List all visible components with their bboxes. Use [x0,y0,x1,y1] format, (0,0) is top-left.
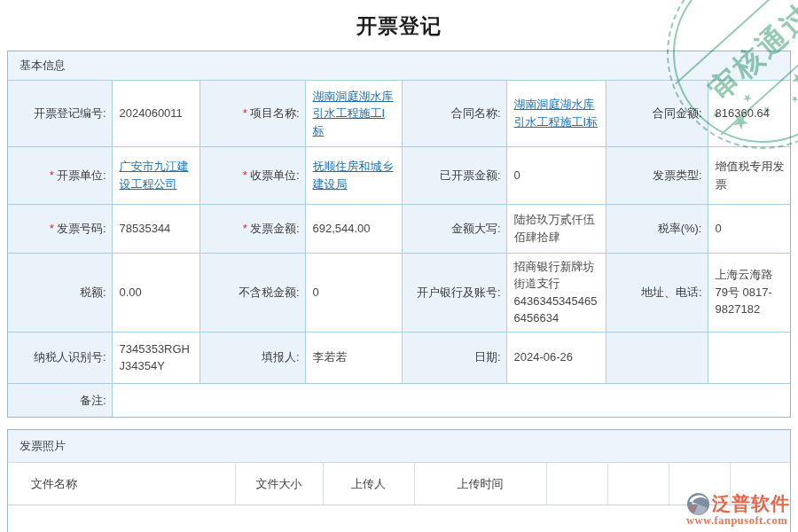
address-phone-label: 地址、电话: [606,253,708,332]
excl-tax-amount-value: 0 [305,253,402,332]
project-link[interactable]: 湖南洞庭湖水库引水工程施工I标 [313,90,394,137]
date-value: 2024-06-26 [506,332,606,383]
amount-words-value: 陆拾玖万贰仟伍佰肆拾肆 [506,204,606,253]
project-value: 湖南洞庭湖水库引水工程施工I标 [305,81,402,146]
tax-label: 税额: [8,253,112,332]
excl-tax-amount-label: 不含税金额: [200,253,305,332]
invoice-type-value: 增值税专用发票 [708,146,790,204]
date-label: 日期: [402,332,506,383]
receiving-unit-label: *收票单位: [200,146,305,204]
tax-rate-label: 税率(%): [606,204,708,253]
contract-name-link[interactable]: 湖南洞庭湖水库引水工程施工I标 [514,98,598,129]
empty-value-cell [708,332,790,383]
contract-name-value: 湖南洞庭湖水库引水工程施工I标 [506,81,606,146]
page-title: 开票登记 [0,0,798,51]
invoice-amount-label: *发票金额: [200,204,305,253]
required-asterisk: * [243,168,247,182]
invoicing-unit-label: *开票单位: [8,146,112,204]
required-asterisk: * [243,106,247,120]
basic-info-table: 开票登记编号: 2024060011 *项目名称: 湖南洞庭湖水库引水工程施工I… [8,81,790,417]
reg-no-label: 开票登记编号: [8,81,112,146]
photos-header-row: 文件名称 文件大小 上传人 上传时间 [8,463,790,505]
vendor-watermark: 泛普软件 www.fanpusoft.com [686,491,790,528]
invoice-no-value: 78535344 [112,204,200,253]
column-header-empty [546,463,607,505]
filler-label: 填报人: [200,332,305,383]
basic-info-section: 基本信息 开票登记编号: 2024060011 *项目名称: 湖南洞庭湖水库引水… [7,51,791,418]
contract-name-label: 合同名称: [402,81,506,146]
column-header-empty [607,463,669,505]
invoicing-unit-link[interactable]: 广安市九江建设工程公司 [120,160,189,191]
fanpu-logo-icon [686,492,710,516]
taxpayer-id-label: 纳税人识别号: [8,332,112,383]
invoiced-amount-label: 已开票金额: [402,146,506,204]
invoicing-unit-value: 广安市九江建设工程公司 [112,146,200,204]
remark-label: 备注: [8,383,112,417]
table-row: 备注: [8,383,790,417]
invoice-no-label: *发票号码: [8,204,112,253]
receiving-unit-value: 抚顺住房和城乡建设局 [305,146,402,204]
invoice-photos-table: 文件名称 文件大小 上传人 上传时间 [8,463,790,505]
amount-words-label: 金额大写: [402,204,506,253]
address-phone-value: 上海云海路79号 0817-9827182 [708,253,790,332]
remark-value [112,383,790,417]
invoiced-amount-value: 0 [506,146,606,204]
receiving-unit-link[interactable]: 抚顺住房和城乡建设局 [313,160,394,191]
bank-account-label: 开户银行及账号: [402,253,506,332]
contract-amount-value: 816360.64 [708,81,790,146]
required-asterisk: * [243,222,247,235]
invoice-photos-section: 发票照片 文件名称 文件大小 上传人 上传时间 [7,429,791,532]
table-row: 税额: 0.00 不含税金额: 0 开户银行及账号: 招商银行新牌坊街道支行 6… [8,253,790,332]
vendor-website: www.fanpusoft.com [686,514,790,528]
table-row: *发票号码: 78535344 *发票金额: 692,544.00 金额大写: … [8,204,790,253]
vendor-name: 泛普软件 [712,491,790,516]
invoice-type-label: 发票类型: [606,146,708,204]
tax-value: 0.00 [112,253,200,332]
column-header-file-name: 文件名称 [8,463,235,505]
basic-info-section-title: 基本信息 [8,51,790,81]
contract-amount-label: 合同金额: [606,81,708,146]
required-asterisk: * [50,222,54,235]
tax-rate-value: 0 [708,204,790,253]
column-header-file-size: 文件大小 [235,463,323,505]
bank-account-value: 招商银行新牌坊街道支行 64363453454656456634 [506,253,606,332]
reg-no-value: 2024060011 [112,81,200,146]
required-asterisk: * [50,168,54,182]
invoice-photos-section-title: 发票照片 [8,430,790,463]
column-header-uploader: 上传人 [323,463,414,505]
empty-label-cell [606,332,708,383]
column-header-upload-time: 上传时间 [414,463,546,505]
table-row: 纳税人识别号: 7345353RGHJ34354Y 填报人: 李若若 日期: 2… [8,332,790,383]
filler-value: 李若若 [305,332,402,383]
table-row: *开票单位: 广安市九江建设工程公司 *收票单位: 抚顺住房和城乡建设局 已开票… [8,146,790,204]
project-label: *项目名称: [200,81,305,146]
table-row: 开票登记编号: 2024060011 *项目名称: 湖南洞庭湖水库引水工程施工I… [8,81,790,146]
invoice-amount-value: 692,544.00 [305,204,402,253]
taxpayer-id-value: 7345353RGHJ34354Y [112,332,200,383]
